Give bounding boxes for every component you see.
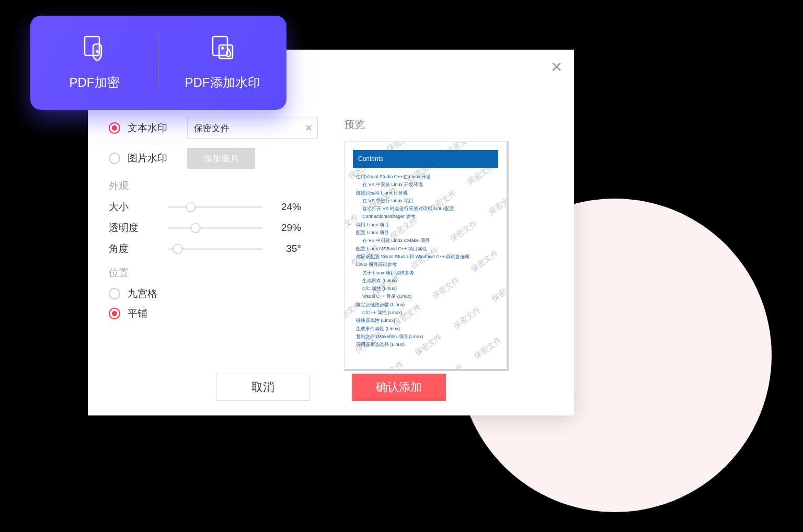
radio-text-watermark[interactable]: [109, 122, 120, 134]
file-droplet-icon: [208, 34, 238, 65]
preview-label: 预览: [344, 118, 553, 132]
opacity-slider[interactable]: [168, 222, 262, 234]
radio-image-watermark[interactable]: [109, 153, 120, 164]
preview-doc-header: Contents: [353, 150, 498, 168]
radio-grid-position[interactable]: [109, 288, 120, 299]
tab-watermark-label: PDF添加水印: [185, 74, 260, 91]
image-watermark-label[interactable]: 图片水印: [128, 152, 180, 165]
size-slider[interactable]: [168, 201, 262, 213]
file-shield-icon: [79, 34, 110, 65]
size-value: 24%: [270, 201, 301, 213]
clear-text-icon[interactable]: ✕: [305, 122, 313, 134]
angle-value: 35°: [270, 243, 301, 255]
grid-position-label[interactable]: 九宫格: [128, 287, 157, 300]
add-image-button[interactable]: 添加图片: [187, 148, 255, 169]
preview-doc-lines: 使用Visual Studio C++在 Linux 开发在 VS 中安装 Li…: [353, 173, 498, 349]
appearance-section-label: 外观: [109, 179, 318, 193]
tabs-card: PDF加密 PDF添加水印: [30, 16, 286, 110]
tab-encrypt-label: PDF加密: [70, 74, 120, 91]
angle-slider[interactable]: [168, 242, 262, 255]
preview-box: Contents 使用Visual Studio C++在 Linux 开发在 …: [344, 141, 509, 371]
watermark-text-input[interactable]: [187, 118, 318, 138]
tile-position-label[interactable]: 平铺: [128, 307, 147, 320]
angle-label: 角度: [109, 242, 161, 256]
confirm-button[interactable]: 确认添加: [352, 374, 446, 401]
position-section-label: 位置: [109, 266, 318, 280]
cancel-button[interactable]: 取消: [216, 374, 310, 401]
opacity-label: 透明度: [109, 221, 161, 235]
tab-pdf-watermark[interactable]: PDF添加水印: [158, 16, 286, 110]
opacity-value: 29%: [270, 222, 301, 234]
radio-tile-position[interactable]: [109, 308, 120, 319]
text-watermark-label[interactable]: 文本水印: [128, 121, 180, 135]
size-label: 大小: [109, 200, 161, 214]
tab-pdf-encrypt[interactable]: PDF加密: [30, 16, 158, 110]
close-icon[interactable]: [550, 61, 563, 74]
